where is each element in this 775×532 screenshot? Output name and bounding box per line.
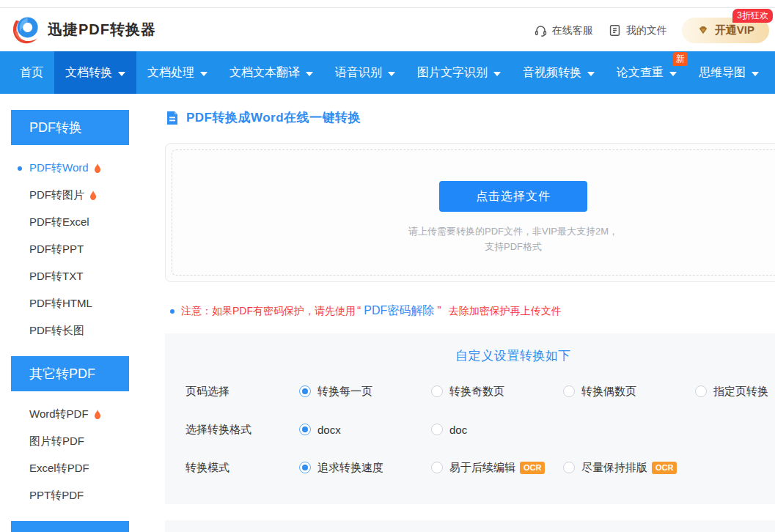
chevron-down-icon: [587, 72, 595, 76]
radio-option[interactable]: docx: [299, 424, 431, 436]
radio-icon: [299, 462, 311, 473]
nav-item-label: 语音识别: [335, 65, 382, 81]
password-remove-link[interactable]: PDF密码解除: [364, 303, 434, 319]
logo-icon: [10, 14, 41, 45]
my-files-link[interactable]: 我的文件: [608, 23, 667, 37]
customer-service-link[interactable]: 在线客服: [534, 23, 593, 37]
radio-option[interactable]: 转换奇数页: [431, 385, 563, 399]
notice-quote-close: ”: [437, 305, 441, 318]
sidebar-item-label: 图片转PDF: [29, 435, 84, 448]
radio-icon: [431, 385, 443, 397]
settings-row-label: 转换模式: [165, 461, 299, 475]
radio-option[interactable]: 转换偶数页: [563, 385, 695, 399]
logo[interactable]: 迅捷PDF转换器: [10, 14, 156, 45]
radio-option-label: docx: [317, 424, 341, 436]
sidebar-item-label: PDF转长图: [29, 324, 84, 338]
sidebar-item[interactable]: PDF转长图: [11, 317, 129, 344]
radio-option[interactable]: 指定页转换: [695, 385, 775, 399]
vip-promo-badge: 3折狂欢: [732, 9, 773, 23]
upload-dropzone-inner: 点击选择文件 请上传需要转换的PDF文件，非VIP最大支持2M， 支持PDF格式: [172, 149, 775, 276]
radio-option-label: 追求转换速度: [317, 461, 383, 475]
headset-icon: [534, 23, 548, 37]
nav-item-3[interactable]: 文档处理: [136, 51, 218, 94]
next-section-panel: [165, 520, 775, 532]
radio-option-label: 易于后续编辑: [449, 461, 515, 475]
sidebar-item-label: PDF转Excel: [29, 215, 89, 229]
radio-icon: [299, 424, 311, 435]
nav-item-label: 图片文字识别: [417, 65, 488, 81]
flame-icon: [93, 163, 102, 174]
chevron-down-icon: [388, 72, 395, 76]
ocr-badge: OCR: [520, 462, 545, 474]
document-icon: [165, 111, 180, 125]
sidebar-item[interactable]: PDF转PPT: [11, 236, 129, 263]
settings-row-2: 选择转换格式docxdoc: [165, 410, 775, 448]
settings-row-label: 选择转换格式: [165, 423, 299, 437]
radio-icon: [299, 385, 311, 397]
sidebar-item[interactable]: PDF转TXT: [11, 263, 129, 290]
radio-option[interactable]: 尽量保持排版OCR: [563, 461, 695, 475]
sidebar-item[interactable]: PDF转图片: [11, 182, 129, 209]
nav-item-9[interactable]: 思维导图: [688, 51, 770, 94]
chevron-down-icon: [118, 72, 125, 76]
sidebar-item[interactable]: PDF转Word: [11, 155, 129, 182]
chevron-down-icon: [306, 72, 313, 76]
nav-item-label: 音视频转换: [523, 65, 581, 81]
header: 迅捷PDF转换器 在线客服 我的文件: [0, 8, 775, 51]
nav-item-4[interactable]: 文档文本翻译: [218, 51, 324, 94]
page-title: PDF转换成Word在线一键转换: [186, 109, 361, 126]
header-right: 在线客服 我的文件 开通VIP 3折狂欢: [534, 18, 769, 43]
nav-item-7[interactable]: 音视频转换: [512, 51, 606, 94]
sidebar-item-label: PPT转PDF: [29, 489, 84, 503]
radio-option[interactable]: 易于后续编辑OCR: [431, 461, 563, 475]
upload-dropzone[interactable]: 点击选择文件 请上传需要转换的PDF文件，非VIP最大支持2M， 支持PDF格式: [165, 143, 775, 282]
notice-quote-open: “: [357, 305, 361, 318]
nav-bar: 首页文档转换文档处理文档文本翻译语音识别图片文字识别音视频转换论文查重新思维导图…: [0, 51, 775, 94]
radio-icon: [563, 385, 575, 397]
sidebar-item-list: PDF转WordPDF转图片PDF转ExcelPDF转PPTPDF转TXTPDF…: [11, 145, 129, 349]
nav-item-10[interactable]: PPT模板: [770, 51, 775, 94]
sidebar-section-title[interactable]: PDF转换: [11, 110, 129, 145]
my-files-label: 我的文件: [626, 24, 667, 37]
nav-item-8[interactable]: 论文查重新: [606, 51, 688, 94]
flame-icon: [93, 410, 102, 420]
sidebar-section-title[interactable]: CAD转换: [11, 521, 129, 532]
select-file-button[interactable]: 点击选择文件: [439, 181, 587, 212]
radio-option[interactable]: 追求转换速度: [299, 461, 431, 475]
nav-item-label: 思维导图: [699, 65, 746, 81]
radio-option-label: doc: [449, 424, 467, 436]
vip-button[interactable]: 开通VIP 3折狂欢: [682, 18, 769, 43]
sidebar-item[interactable]: Word转PDF: [11, 401, 129, 428]
sidebar-item[interactable]: PDF转Excel: [11, 209, 129, 236]
sidebar-item[interactable]: PPT转PDF: [11, 482, 129, 509]
sidebar-section-1: PDF转换PDF转WordPDF转图片PDF转ExcelPDF转PPTPDF转T…: [11, 110, 129, 349]
upload-hint: 请上传需要转换的PDF文件，非VIP最大支持2M， 支持PDF格式: [172, 223, 775, 254]
nav-item-6[interactable]: 图片文字识别: [406, 51, 512, 94]
nav-item-1[interactable]: 首页: [9, 51, 54, 94]
nav-item-label: 论文查重: [617, 65, 664, 81]
sidebar-section-title[interactable]: 其它转PDF: [11, 356, 129, 391]
nav-item-2[interactable]: 文档转换: [54, 51, 136, 94]
chevron-down-icon: [493, 72, 501, 76]
notice-prefix: 注意：如果PDF有密码保护，请先使用: [181, 305, 356, 318]
radio-option[interactable]: 转换每一页: [299, 385, 431, 399]
new-badge: 新: [673, 52, 688, 66]
upload-hint-line2: 支持PDF格式: [172, 239, 775, 254]
radio-option-label: 转换奇数页: [449, 385, 504, 399]
sidebar-item-list: Word转PDF图片转PDFExcel转PDFPPT转PDF: [11, 391, 129, 514]
nav-item-5[interactable]: 语音识别: [324, 51, 406, 94]
settings-panel: 自定义设置转换如下 页码选择转换每一页转换奇数页转换偶数页指定页转换选择转换格式…: [165, 333, 775, 504]
diamond-icon: [697, 24, 710, 37]
sidebar-item[interactable]: Excel转PDF: [11, 455, 129, 482]
chevron-down-icon: [669, 72, 677, 76]
sidebar: PDF转换PDF转WordPDF转图片PDF转ExcelPDF转PPTPDF转T…: [11, 110, 129, 532]
notice-suffix: 去除加密保护再上传文件: [449, 305, 562, 318]
sidebar-item-label: Excel转PDF: [29, 462, 89, 476]
sidebar-item[interactable]: 图片转PDF: [11, 428, 129, 455]
page-title-row: PDF转换成Word在线一键转换: [165, 109, 361, 126]
customer-service-label: 在线客服: [552, 24, 593, 37]
password-notice: 注意：如果PDF有密码保护，请先使用 “ PDF密码解除 ” 去除加密保护再上传…: [170, 303, 562, 319]
sidebar-item[interactable]: PDF转HTML: [11, 290, 129, 317]
radio-option[interactable]: doc: [431, 424, 563, 436]
radio-option-label: 转换偶数页: [581, 385, 636, 399]
